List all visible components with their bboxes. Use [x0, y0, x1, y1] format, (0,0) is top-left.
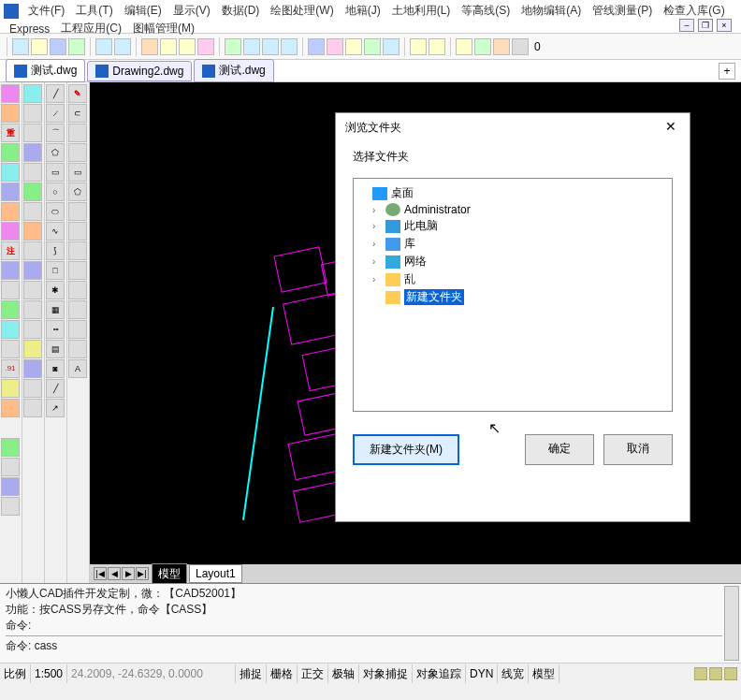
match-icon[interactable]	[197, 38, 214, 55]
tool-91[interactable]: .91	[1, 359, 20, 378]
tool-icon[interactable]	[68, 340, 87, 358]
table-icon[interactable]	[364, 38, 381, 55]
cmd-input-line[interactable]: 命令: cass	[6, 635, 722, 654]
tool-icon[interactable]	[1, 281, 20, 299]
cancel-button[interactable]: 取消	[603, 434, 673, 465]
menu-engineering[interactable]: 工程应用(C)	[55, 20, 127, 37]
layout-last-button[interactable]: ▶|	[136, 567, 149, 580]
tool-icon[interactable]	[1, 320, 20, 339]
tool-icon[interactable]	[1, 104, 20, 123]
tool-icon[interactable]	[23, 84, 42, 103]
layout1-tab[interactable]: Layout1	[189, 564, 242, 583]
ray-icon[interactable]: ↗	[46, 399, 65, 417]
expand-icon[interactable]: ›	[372, 221, 382, 231]
menu-sheet[interactable]: 图幅管理(M)	[127, 20, 200, 37]
zoom-icon[interactable]	[243, 38, 260, 55]
menu-edit[interactable]: 编辑(E)	[119, 2, 167, 20]
undo-icon[interactable]	[95, 38, 112, 55]
tool-icon[interactable]	[1, 379, 20, 398]
curve-icon[interactable]: ⟆	[46, 241, 65, 260]
menu-express[interactable]: Express	[4, 22, 55, 36]
minimize-button[interactable]: –	[679, 19, 694, 32]
dim-icon[interactable]: ╱	[46, 379, 65, 398]
tree-lib[interactable]: › 库	[370, 235, 668, 253]
expand-icon[interactable]: ›	[372, 274, 382, 284]
block-icon[interactable]	[383, 38, 400, 55]
menu-data[interactable]: 数据(D)	[216, 2, 266, 20]
tool-icon[interactable]	[68, 202, 87, 221]
tool-icon[interactable]	[1, 497, 20, 516]
measure-icon[interactable]: ╍	[46, 320, 65, 339]
block2-icon[interactable]: ▭	[68, 163, 87, 182]
tool-icon[interactable]	[23, 222, 42, 241]
tool-icon[interactable]	[1, 182, 20, 201]
shape-icon[interactable]: ⬠	[68, 182, 87, 201]
tool-icon[interactable]	[68, 241, 87, 260]
lock-icon[interactable]	[709, 667, 722, 680]
layers1-icon[interactable]	[410, 38, 427, 55]
square-icon[interactable]	[512, 38, 529, 55]
status-icon[interactable]	[724, 667, 737, 680]
polygon-icon[interactable]: ⬠	[46, 143, 65, 162]
redo-icon[interactable]	[114, 38, 131, 55]
status-model[interactable]: 模型	[529, 664, 559, 683]
pline-icon[interactable]: ⟋	[46, 104, 65, 123]
tool-icon[interactable]	[1, 163, 20, 182]
expand-icon[interactable]: ›	[372, 239, 382, 249]
tool-icon[interactable]	[68, 300, 87, 319]
tree-label-selected[interactable]: 新建文件夹	[404, 289, 464, 305]
tab-1[interactable]: Drawing2.dwg	[87, 61, 192, 81]
layout-first-button[interactable]: |◀	[94, 567, 107, 580]
tool-icon[interactable]	[68, 222, 87, 241]
tool-icon[interactable]	[23, 124, 42, 142]
tool-icon[interactable]	[1, 458, 20, 476]
tree-luan[interactable]: › 乱	[370, 270, 668, 288]
tree-net[interactable]: › 网络	[370, 253, 668, 270]
tool-icon[interactable]	[68, 124, 87, 142]
status-grid[interactable]: 栅格	[267, 664, 298, 683]
bulb3-icon[interactable]	[493, 38, 510, 55]
menu-check[interactable]: 检查入库(G)	[658, 2, 730, 20]
saveall-icon[interactable]	[68, 38, 85, 55]
tool-icon[interactable]	[23, 340, 42, 358]
status-otrack[interactable]: 对象追踪	[413, 664, 466, 683]
open-icon[interactable]	[31, 38, 48, 55]
calc-icon[interactable]	[345, 38, 362, 55]
tool-icon[interactable]	[23, 320, 42, 339]
tool-icon[interactable]	[1, 202, 20, 221]
tool-icon[interactable]	[1, 477, 20, 496]
copy-icon[interactable]	[160, 38, 177, 55]
menu-file[interactable]: 文件(F)	[22, 2, 70, 20]
new-folder-button[interactable]: 新建文件夹(M)	[353, 434, 459, 465]
tool-icon[interactable]	[1, 143, 20, 162]
menu-contour[interactable]: 等高线(S)	[456, 2, 516, 20]
menu-landuse[interactable]: 土地利用(L)	[386, 2, 457, 20]
spline-icon[interactable]: ∿	[46, 222, 65, 241]
menu-draw[interactable]: 绘图处理(W)	[265, 2, 339, 20]
tree-desktop[interactable]: 桌面	[357, 184, 668, 202]
tool-zhu[interactable]: 注	[1, 241, 20, 260]
tool-icon[interactable]	[68, 281, 87, 299]
close-icon[interactable]: ✕	[661, 118, 680, 137]
square-icon[interactable]: □	[46, 261, 65, 280]
tab-0[interactable]: 测试.dwg	[6, 59, 85, 82]
tree-newfolder[interactable]: 新建文件夹	[370, 288, 668, 306]
tool-icon[interactable]	[23, 399, 42, 417]
tool-icon[interactable]	[23, 182, 42, 201]
tool-icon[interactable]	[23, 104, 42, 123]
tree-thispc[interactable]: › 此电脑	[370, 217, 668, 235]
status-ortho[interactable]: 正交	[298, 664, 328, 683]
c-icon[interactable]: ⊂	[68, 104, 87, 123]
command-window[interactable]: 小懒人CAD插件开发定制，微：【CAD52001】 功能：按CASS另存文件，命…	[0, 583, 741, 663]
new-icon[interactable]	[12, 38, 29, 55]
tool-icon[interactable]	[68, 320, 87, 339]
save-icon[interactable]	[50, 38, 66, 55]
status-snap[interactable]: 捕捉	[236, 664, 267, 683]
tool-icon[interactable]	[23, 379, 42, 398]
model-tab[interactable]: 模型	[152, 563, 187, 584]
tool-icon[interactable]	[68, 261, 87, 280]
layout-prev-button[interactable]: ◀	[108, 567, 121, 580]
paste-icon[interactable]	[179, 38, 196, 55]
tool-icon[interactable]	[23, 300, 42, 319]
layers2-icon[interactable]	[429, 38, 445, 55]
